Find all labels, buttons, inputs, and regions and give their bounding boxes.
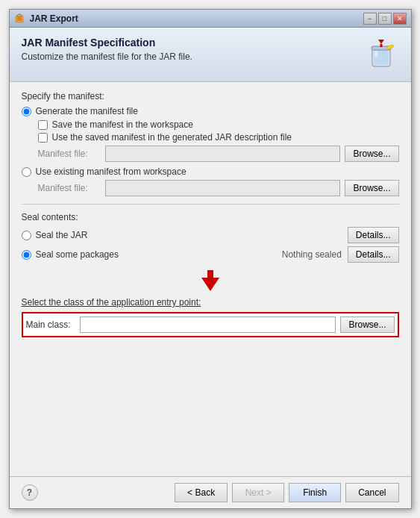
manifest-file-input-2 [105,180,341,196]
use-saved-checkbox[interactable] [38,133,48,143]
browse-button-1[interactable]: Browse... [345,146,398,162]
manifest-file-label-1: Manifest file: [38,149,105,159]
save-manifest-label[interactable]: Save the manifest in the workspace [52,119,193,130]
svg-rect-3 [17,19,22,20]
use-saved-checkbox-item[interactable]: Use the saved manifest in the generated … [38,132,399,143]
close-button[interactable]: ✕ [393,13,407,25]
entry-point-section: Select the class of the application entr… [22,270,399,337]
maximize-button[interactable]: □ [378,13,392,25]
svg-rect-10 [380,44,382,47]
seal-packages-radio[interactable] [22,250,31,260]
svg-marker-11 [201,270,219,291]
main-class-row: Main class: Browse... [22,312,399,337]
manifest-file-input-1 [105,146,341,162]
jar-export-window: JAR Export − □ ✕ JAR Manifest Specificat… [9,9,412,509]
save-manifest-checkbox-item[interactable]: Save the manifest in the workspace [38,119,399,130]
use-existing-label[interactable]: Use existing manifest from workspace [36,166,187,177]
main-class-browse-button[interactable]: Browse... [340,316,394,333]
manifest-file-row-1: Manifest file: Browse... [38,146,399,162]
svg-rect-2 [17,18,22,19]
back-button[interactable]: < Back [175,483,228,502]
title-bar: JAR Export − □ ✕ [10,10,411,28]
dialog-header: JAR Manifest Specification Customize the… [10,28,411,82]
jar-icon [363,37,399,72]
seal-section-label: Seal contents: [22,212,399,222]
seal-jar-radio[interactable] [22,231,31,240]
divider-1 [22,204,399,205]
generate-options: Save the manifest in the workspace Use t… [38,119,399,143]
svg-marker-9 [378,40,384,44]
entry-point-label: Select the class of the application entr… [22,297,399,308]
header-text: JAR Manifest Specification Customize the… [22,37,192,62]
seal-jar-label[interactable]: Seal the JAR [36,230,88,240]
seal-packages-row: Seal some packages Nothing sealed Detail… [22,246,399,263]
nothing-sealed-text: Nothing sealed [282,249,342,260]
manifest-file-label-2: Manifest file: [38,183,105,193]
manifest-options: Generate the manifest file Save the mani… [22,106,399,196]
use-existing-option[interactable]: Use existing manifest from workspace [22,166,399,177]
browse-button-2[interactable]: Browse... [345,180,398,196]
window-controls: − □ ✕ [363,13,407,25]
seal-section: Seal contents: Seal the JAR Details... S… [22,212,399,263]
header-title: JAR Manifest Specification [22,37,192,49]
arrow-indicator [22,270,399,296]
minimize-button[interactable]: − [363,13,377,25]
manifest-section-label: Specify the manifest: [22,91,399,102]
seal-jar-row: Seal the JAR Details... [22,227,399,243]
footer-buttons: < Back Next > Finish Cancel [175,483,398,502]
generate-manifest-label[interactable]: Generate the manifest file [36,106,138,116]
use-existing-radio[interactable] [22,167,31,177]
finish-button[interactable]: Finish [289,483,341,502]
main-class-input[interactable] [80,316,336,333]
main-class-label: Main class: [26,319,80,330]
header-subtitle: Customize the manifest file for the JAR … [22,52,192,62]
window-icon [14,13,26,25]
help-button[interactable]: ? [22,484,38,501]
dialog-content: Specify the manifest: Generate the manif… [10,82,411,476]
next-button[interactable]: Next > [232,483,284,502]
seal-packages-label[interactable]: Seal some packages [36,249,119,260]
seal-jar-details-button[interactable]: Details... [348,227,399,243]
svg-rect-8 [374,51,377,57]
svg-rect-0 [16,16,23,22]
seal-packages-option[interactable]: Seal some packages [22,249,282,260]
seal-packages-details-button[interactable]: Details... [348,246,399,263]
dialog-footer: ? < Back Next > Finish Cancel [10,476,411,508]
save-manifest-checkbox[interactable] [38,120,48,130]
cancel-button[interactable]: Cancel [345,483,398,502]
generate-manifest-option[interactable]: Generate the manifest file [22,106,399,116]
use-saved-label[interactable]: Use the saved manifest in the generated … [52,132,292,143]
window-title: JAR Export [30,13,363,24]
generate-manifest-radio[interactable] [22,107,31,116]
seal-jar-option[interactable]: Seal the JAR [22,230,348,240]
manifest-file-row-2: Manifest file: Browse... [38,180,399,196]
